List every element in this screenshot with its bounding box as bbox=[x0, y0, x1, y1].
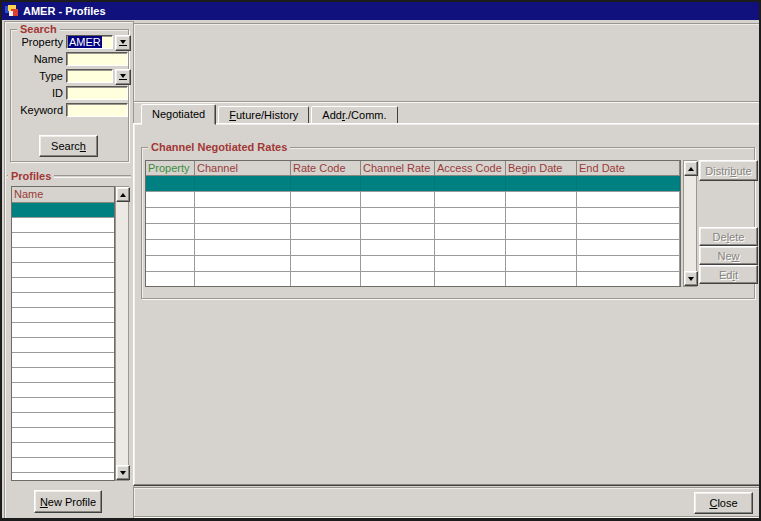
new-button[interactable]: New bbox=[699, 246, 758, 265]
table-row[interactable] bbox=[146, 256, 680, 272]
rates-table: Property Channel Rate Code Channel Rate … bbox=[145, 160, 681, 287]
list-item[interactable] bbox=[12, 398, 114, 413]
list-item[interactable] bbox=[12, 278, 114, 293]
search-button[interactable]: Search bbox=[39, 135, 98, 157]
table-cell bbox=[291, 224, 361, 239]
table-cell bbox=[435, 176, 506, 191]
table-cell bbox=[577, 272, 680, 287]
column-header[interactable]: Channel bbox=[195, 161, 291, 176]
footer-bar: Close bbox=[133, 487, 761, 517]
table-cell bbox=[577, 240, 680, 255]
list-item[interactable] bbox=[12, 473, 114, 481]
list-item[interactable] bbox=[12, 443, 114, 458]
table-cell bbox=[146, 176, 195, 191]
scroll-up-button[interactable] bbox=[116, 187, 130, 202]
scroll-down-button[interactable] bbox=[684, 271, 698, 286]
table-row[interactable] bbox=[146, 224, 680, 240]
list-item[interactable] bbox=[12, 203, 114, 218]
channel-negotiated-rates-groupbox: Channel Negotiated Rates Property Channe… bbox=[141, 147, 755, 299]
detail-panel bbox=[133, 23, 760, 102]
property-field[interactable]: AMER bbox=[66, 35, 113, 49]
list-item[interactable] bbox=[12, 263, 114, 278]
profiles-list-header[interactable]: Name bbox=[12, 187, 114, 203]
table-cell bbox=[146, 192, 195, 207]
arrow-up-icon bbox=[688, 167, 694, 171]
table-cell bbox=[195, 240, 291, 255]
table-row[interactable] bbox=[146, 192, 680, 208]
list-item[interactable] bbox=[12, 308, 114, 323]
table-cell bbox=[146, 224, 195, 239]
arrow-up-icon bbox=[120, 193, 126, 197]
column-header[interactable]: End Date bbox=[577, 161, 680, 176]
dropdown-arrow-icon bbox=[119, 40, 127, 46]
property-label: Property bbox=[13, 35, 63, 49]
rates-scrollbar[interactable] bbox=[683, 160, 697, 287]
column-header[interactable]: Rate Code bbox=[291, 161, 361, 176]
table-cell bbox=[195, 208, 291, 223]
new-profile-button[interactable]: New Profile bbox=[34, 490, 102, 513]
rates-table-header: Property Channel Rate Code Channel Rate … bbox=[146, 161, 680, 176]
name-field[interactable] bbox=[66, 52, 128, 66]
table-cell bbox=[146, 240, 195, 255]
table-cell bbox=[577, 208, 680, 223]
type-dropdown-button[interactable] bbox=[115, 69, 131, 85]
list-item[interactable] bbox=[12, 248, 114, 263]
table-cell bbox=[195, 192, 291, 207]
table-cell bbox=[577, 224, 680, 239]
type-field[interactable] bbox=[66, 69, 113, 83]
delete-button[interactable]: Delete bbox=[699, 227, 758, 246]
table-cell bbox=[577, 176, 680, 191]
table-cell bbox=[506, 192, 577, 207]
table-cell bbox=[291, 240, 361, 255]
list-item[interactable] bbox=[12, 218, 114, 233]
table-row[interactable] bbox=[146, 240, 680, 256]
table-row[interactable] bbox=[146, 176, 680, 192]
column-header[interactable]: Begin Date bbox=[506, 161, 577, 176]
column-header[interactable]: Access Code bbox=[435, 161, 506, 176]
rates-table-body bbox=[146, 176, 680, 287]
table-cell bbox=[195, 256, 291, 271]
arrow-down-icon bbox=[688, 277, 694, 281]
list-item[interactable] bbox=[12, 383, 114, 398]
app-icon bbox=[5, 4, 19, 18]
table-row[interactable] bbox=[146, 208, 680, 224]
column-header[interactable]: Channel Rate bbox=[361, 161, 435, 176]
property-dropdown-button[interactable] bbox=[115, 35, 131, 51]
tab-strip: Negotiated Future/History Addr./Comm. bbox=[141, 105, 400, 125]
table-cell bbox=[361, 208, 435, 223]
name-label: Name bbox=[13, 52, 63, 66]
table-cell bbox=[361, 176, 435, 191]
table-cell bbox=[435, 256, 506, 271]
tab-negotiated[interactable]: Negotiated bbox=[141, 104, 216, 125]
column-header[interactable]: Property bbox=[146, 161, 195, 176]
scroll-up-button[interactable] bbox=[684, 161, 698, 176]
table-cell bbox=[435, 272, 506, 287]
title-bar[interactable]: AMER - Profiles bbox=[2, 2, 759, 20]
list-item[interactable] bbox=[12, 413, 114, 428]
list-item[interactable] bbox=[12, 458, 114, 473]
profiles-window: AMER - Profiles Search Property AMER Nam… bbox=[0, 0, 761, 521]
keyword-field[interactable] bbox=[66, 103, 128, 117]
list-item[interactable] bbox=[12, 338, 114, 353]
table-cell bbox=[506, 224, 577, 239]
edit-button[interactable]: Edit bbox=[699, 265, 758, 284]
table-cell bbox=[577, 256, 680, 271]
profiles-scrollbar[interactable] bbox=[115, 186, 129, 481]
table-cell bbox=[361, 240, 435, 255]
distribute-button[interactable]: Distribute bbox=[699, 160, 758, 181]
list-item[interactable] bbox=[12, 428, 114, 443]
close-button[interactable]: Close bbox=[694, 492, 753, 514]
negotiated-tab-panel: Channel Negotiated Rates Property Channe… bbox=[133, 123, 761, 486]
scroll-down-button[interactable] bbox=[116, 465, 130, 480]
id-label: ID bbox=[13, 86, 63, 100]
table-cell bbox=[577, 192, 680, 207]
list-item[interactable] bbox=[12, 233, 114, 248]
table-cell bbox=[435, 240, 506, 255]
list-item[interactable] bbox=[12, 293, 114, 308]
list-item[interactable] bbox=[12, 323, 114, 338]
table-cell bbox=[506, 256, 577, 271]
list-item[interactable] bbox=[12, 368, 114, 383]
id-field[interactable] bbox=[66, 86, 128, 100]
list-item[interactable] bbox=[12, 353, 114, 368]
table-row[interactable] bbox=[146, 272, 680, 287]
